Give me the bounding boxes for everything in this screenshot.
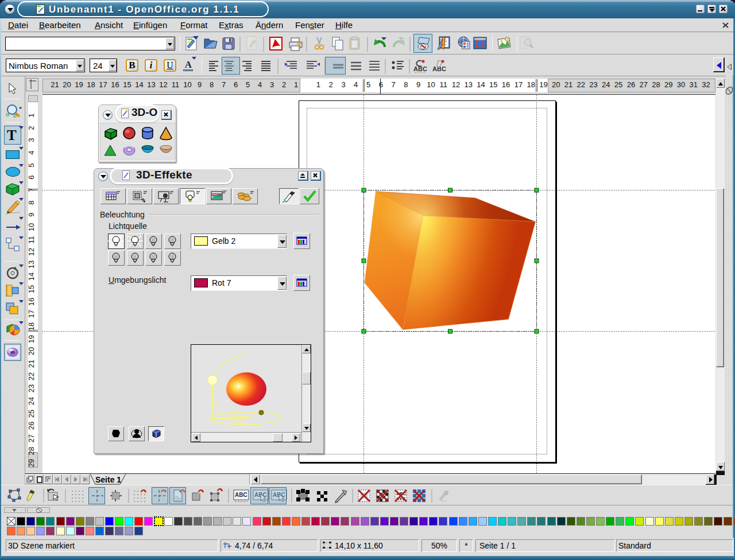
- svg-text:ABC: ABC: [235, 492, 247, 498]
